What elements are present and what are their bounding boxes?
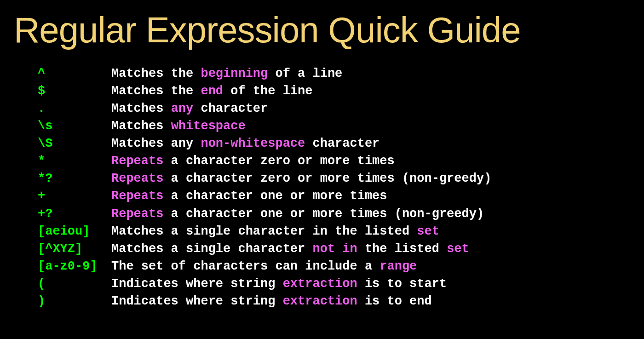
regex-description: Repeats a character one or more times (n… [111, 205, 484, 223]
table-row: +?Repeats a character one or more times … [38, 205, 644, 223]
table-row: [aeiou]Matches a single character in the… [38, 223, 644, 240]
regex-symbol: * [38, 152, 111, 170]
table-row: +Repeats a character one or more times [38, 187, 644, 205]
regex-description: Repeats a character zero or more times [111, 152, 395, 170]
regex-description: The set of characters can include a rang… [111, 258, 417, 275]
highlight-text: non-whitespace [201, 137, 305, 150]
regex-description: Matches a single character not in the li… [111, 240, 469, 258]
description-text: is to end [357, 294, 432, 308]
description-text: of the line [223, 84, 312, 98]
highlight-text: Repeats [111, 189, 163, 203]
regex-description: Indicates where string extraction is to … [111, 293, 432, 310]
highlight-text: extraction [283, 277, 357, 291]
table-row: ^Matches the beginning of a line [38, 65, 644, 82]
highlight-text: extraction [283, 294, 357, 308]
regex-description: Matches the beginning of a line [111, 65, 342, 82]
description-text: Matches a single character in the listed [111, 224, 417, 238]
description-text: The set of characters can include a [111, 259, 380, 273]
highlight-text: beginning [201, 67, 268, 80]
highlight-text: whitespace [171, 119, 246, 133]
description-text: Matches the [111, 67, 201, 80]
description-text: the listed [357, 242, 447, 256]
regex-symbol: [aeiou] [38, 223, 111, 240]
regex-symbol: \S [38, 135, 111, 152]
highlight-text: not in [312, 242, 357, 256]
regex-symbol: $ [38, 82, 111, 100]
regex-symbol: ( [38, 275, 111, 293]
highlight-text: set [417, 224, 439, 238]
regex-description: Repeats a character zero or more times (… [111, 170, 491, 187]
regex-description: Matches a single character in the listed… [111, 223, 439, 240]
regex-symbol: ^ [38, 65, 111, 82]
description-text: a character one or more times (non-greed… [163, 207, 484, 221]
description-text: Indicates where string [111, 294, 283, 308]
description-text: a character zero or more times [163, 154, 394, 168]
table-row: \SMatches any non-whitespace character [38, 135, 644, 152]
highlight-text: Repeats [111, 207, 163, 221]
description-text: Indicates where string [111, 277, 283, 291]
highlight-text: set [447, 242, 469, 256]
highlight-text: range [380, 259, 417, 273]
description-text: Matches any [111, 137, 201, 150]
table-row: )Indicates where string extraction is to… [38, 293, 644, 310]
regex-symbol: + [38, 187, 111, 205]
table-row: $Matches the end of the line [38, 82, 644, 100]
regex-table: ^Matches the beginning of a line$Matches… [38, 65, 644, 310]
highlight-text: any [171, 102, 194, 115]
highlight-text: Repeats [111, 154, 163, 168]
regex-symbol: *? [38, 170, 111, 187]
description-text: Matches [111, 102, 171, 115]
highlight-text: Repeats [111, 172, 163, 185]
description-text: Matches [111, 119, 171, 133]
description-text: of a line [268, 67, 342, 80]
regex-description: Matches whitespace [111, 117, 246, 135]
regex-symbol: [^XYZ] [38, 240, 111, 258]
table-row: *?Repeats a character zero or more times… [38, 170, 644, 187]
regex-description: Repeats a character one or more times [111, 187, 387, 205]
regex-symbol: \s [38, 117, 111, 135]
regex-symbol: +? [38, 205, 111, 223]
description-text: character [305, 137, 380, 150]
regex-description: Indicates where string extraction is to … [111, 275, 447, 293]
description-text: a character one or more times [163, 189, 387, 203]
description-text: Matches a single character [111, 242, 312, 256]
regex-symbol: [a-z0-9] [38, 258, 111, 275]
slide: Regular Expression Quick Guide ^Matches … [0, 0, 644, 339]
table-row: (Indicates where string extraction is to… [38, 275, 644, 293]
regex-symbol: ) [38, 293, 111, 310]
table-row: [a-z0-9]The set of characters can includ… [38, 258, 644, 275]
regex-description: Matches any character [111, 100, 268, 117]
table-row: .Matches any character [38, 100, 644, 117]
slide-title: Regular Expression Quick Guide [14, 9, 644, 51]
description-text: a character zero or more times (non-gree… [163, 172, 491, 185]
table-row: \sMatches whitespace [38, 117, 644, 135]
description-text: character [193, 102, 268, 115]
regex-description: Matches any non-whitespace character [111, 135, 380, 152]
table-row: [^XYZ]Matches a single character not in … [38, 240, 644, 258]
description-text: is to start [357, 277, 447, 291]
table-row: *Repeats a character zero or more times [38, 152, 644, 170]
description-text: Matches the [111, 84, 201, 98]
highlight-text: end [201, 84, 223, 98]
regex-symbol: . [38, 100, 111, 117]
regex-description: Matches the end of the line [111, 82, 312, 100]
